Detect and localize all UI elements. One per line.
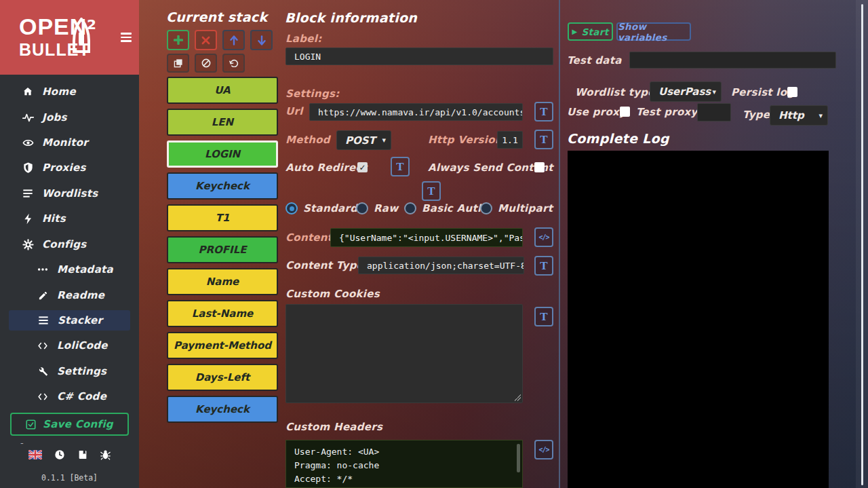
sidebar-item-lolicode[interactable]: LoliCode	[0, 335, 139, 356]
sidebar-item-jobs[interactable]: Jobs	[0, 107, 139, 128]
sidebar-item-monitor[interactable]: Monitor	[0, 132, 139, 153]
custom-cookies-variable-mode-button[interactable]: T	[534, 307, 553, 326]
custom-cookies-textarea[interactable]	[285, 304, 523, 403]
stack-block-profile[interactable]: PROFILE	[167, 236, 278, 263]
auto-redirect-checkbox[interactable]	[357, 162, 368, 172]
stack-block-t1[interactable]: T1	[167, 204, 278, 231]
complete-log-output	[568, 151, 829, 488]
disable-block-button[interactable]	[195, 54, 217, 73]
content-type-variable-mode-button[interactable]: T	[534, 256, 553, 276]
custom-headers-interpolation-button[interactable]: </>	[534, 440, 553, 459]
eye-icon	[22, 136, 34, 149]
move-up-button[interactable]	[222, 30, 245, 50]
stack-block-keycheck[interactable]: Keycheck	[167, 396, 278, 423]
wordlist-type-select[interactable]: UserPass▾	[650, 81, 722, 102]
resize-handle-icon[interactable]	[514, 394, 521, 401]
http-version-input[interactable]: 1.1	[497, 131, 523, 149]
sidebar-item-hits[interactable]: Hits	[0, 208, 139, 229]
undo-button[interactable]	[222, 54, 245, 73]
save-config-button[interactable]: Save Config	[10, 413, 129, 436]
content-label: Content	[285, 231, 332, 244]
clock-icon[interactable]	[54, 449, 65, 460]
stack-block-keycheck[interactable]: Keycheck	[167, 172, 278, 200]
stack-block-payment-method[interactable]: Payment-Method	[167, 332, 278, 359]
sidebar-item-home[interactable]: Home	[0, 81, 139, 102]
hamburger-menu-icon[interactable]	[121, 31, 134, 44]
gear-icon	[22, 238, 34, 250]
uk-flag-icon[interactable]	[28, 450, 42, 459]
sidebar-item-proxies[interactable]: Proxies	[0, 157, 139, 178]
stack-block-ua[interactable]: UA	[167, 77, 278, 104]
sidebar-item-settings[interactable]: Settings	[0, 361, 139, 381]
sidebar-item-readme[interactable]: Readme	[0, 285, 139, 305]
logo-area: OPEN BULLET 2	[0, 0, 139, 75]
clone-block-button[interactable]	[167, 54, 189, 73]
auto-redirect-variable-mode-button[interactable]: T	[391, 157, 410, 176]
sidebar-item-label: C# Code	[57, 390, 106, 402]
stack-block-login[interactable]: LOGIN	[167, 140, 278, 168]
auto-redirect-label: Auto Redirect	[285, 162, 367, 174]
add-block-button[interactable]	[167, 30, 189, 50]
always-send-content-checkbox[interactable]	[534, 162, 545, 172]
radio-multipart[interactable]	[480, 202, 492, 214]
proxy-type-select[interactable]: Http▾	[770, 105, 828, 126]
stack-block-days-left[interactable]: Days-Left	[167, 364, 278, 391]
block-label-value: LOGIN	[294, 52, 321, 62]
test-data-label: Test data	[567, 54, 622, 67]
code-icon	[37, 339, 49, 352]
custom-headers-textarea[interactable]: User-Agent: <UA>Pragma: no-cacheAccept: …	[285, 440, 523, 488]
page-scrollbar-thumb[interactable]	[861, 4, 863, 485]
delete-block-button[interactable]	[195, 30, 217, 50]
content-type-input[interactable]: application/json;charset=UTF-8	[358, 257, 524, 274]
radio-basic-auth-label: Basic Auth	[422, 202, 485, 214]
test-proxy-input[interactable]	[697, 103, 731, 121]
textarea-scrollbar[interactable]	[517, 444, 520, 472]
play-icon: ▶	[572, 28, 578, 35]
radio-standard[interactable]	[285, 202, 298, 214]
sidebar-item-configs[interactable]: Configs	[0, 234, 139, 255]
url-variable-mode-button[interactable]: T	[534, 102, 553, 121]
stack-block-last-name[interactable]: Last-Name	[167, 300, 278, 327]
content-mode-variable-button[interactable]: T	[422, 181, 441, 201]
sidebar-item-csharp-code[interactable]: C# Code	[0, 386, 139, 407]
content-interpolation-button[interactable]: </>	[534, 227, 553, 247]
complete-log-title: Complete Log	[567, 131, 669, 146]
chevron-down-icon: ▾	[818, 111, 823, 120]
show-variables-label: Show variables	[618, 21, 690, 43]
block-label-input[interactable]: LOGIN	[285, 48, 553, 65]
persist-log-label: Persist log	[731, 86, 794, 98]
sidebar-item-label: Configs	[42, 238, 86, 250]
radio-basic-auth[interactable]	[404, 202, 416, 214]
header-line: Pragma: no-cache	[294, 459, 514, 472]
http-version-label: Http Version	[428, 134, 502, 146]
http-version-variable-mode-button[interactable]: T	[534, 130, 553, 149]
stack-block-name[interactable]: Name	[167, 268, 278, 295]
url-input[interactable]: https://www.namava.ir/api/v1.0/accounts/…	[309, 103, 523, 121]
wordlist-type-value: UserPass	[658, 86, 711, 98]
content-type-value: application/json;charset=UTF-8	[367, 261, 524, 271]
use-proxy-checkbox[interactable]	[620, 107, 630, 117]
radio-raw[interactable]	[356, 202, 368, 214]
method-select[interactable]: POST▾	[336, 130, 391, 150]
chevron-down-icon: ▾	[712, 88, 716, 96]
bug-icon[interactable]	[100, 449, 111, 460]
stack-block-len[interactable]: LEN	[167, 109, 278, 136]
sidebar-item-label: Stacker	[58, 314, 102, 326]
wrench-icon	[37, 365, 49, 377]
sidebar-item-stacker[interactable]: Stacker	[9, 310, 130, 331]
start-label: Start	[582, 26, 609, 37]
current-stack-title: Current stack	[166, 10, 267, 24]
show-variables-button[interactable]: Show variables	[616, 22, 691, 41]
test-data-input[interactable]	[629, 52, 836, 69]
sidebar-item-label: Jobs	[42, 111, 67, 124]
custom-cookies-label: Custom Cookies	[285, 288, 380, 300]
start-button[interactable]: ▶ Start	[568, 22, 613, 41]
sidebar-item-metadata[interactable]: Metadata	[0, 259, 139, 280]
panel-divider	[559, 0, 560, 488]
content-input[interactable]: {"UserName":"<input.USERNAME>","Passwo	[330, 228, 523, 247]
persist-log-checkbox[interactable]	[787, 87, 797, 97]
chevron-down-icon: ▾	[382, 136, 386, 145]
book-icon[interactable]	[77, 449, 88, 460]
sidebar-item-wordlists[interactable]: Wordlists	[0, 183, 139, 204]
move-down-button[interactable]	[250, 30, 273, 50]
